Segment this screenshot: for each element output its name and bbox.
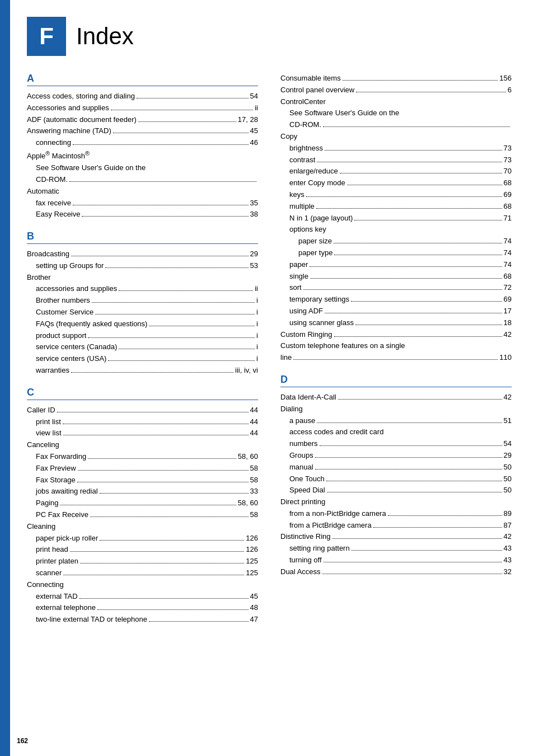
list-item: Apple® Macintosh® [27,149,258,162]
list-item: service centers (USA) i [27,353,258,365]
list-item: brightness 73 [280,143,512,154]
heading-d: D [280,374,512,387]
list-item: Answering machine (TAD) 45 [27,125,258,137]
list-item: using scanner glass 18 [280,317,512,329]
list-item: access codes and credit card [280,426,512,438]
list-item: Distinctive Ring 42 [280,531,512,543]
list-item: Consumable items 156 [280,73,512,84]
list-item: enlarge/reduce 70 [280,166,512,177]
list-item: ADF (automatic document feeder) 17, 28 [27,114,258,126]
list-item: Dialing [280,403,512,415]
list-item: Accessories and supplies ii [27,102,258,114]
list-item: Direct printing [280,496,512,508]
list-item: Customer Service i [27,307,258,318]
list-item: options key [280,224,512,236]
list-item: numbers 54 [280,438,512,450]
heading-b: B [27,231,258,244]
list-item: keys 69 [280,189,512,201]
list-item: accessories and supplies ii [27,283,258,295]
list-item: Caller ID 44 [27,405,258,416]
list-item: Groups 29 [280,450,512,462]
list-item: Connecting [27,579,258,591]
list-item: See Software User's Guide on the [280,107,512,119]
list-item: setting ring pattern 43 [280,543,512,555]
list-item: setting up Groups for 53 [27,260,258,272]
list-item: service centers (Canada) i [27,341,258,353]
list-item: turning off 43 [280,555,512,566]
list-item: manual 50 [280,462,512,473]
list-item: sort 72 [280,282,512,294]
section-d: D Data Ident-A-Call 42 Dialing a pause 5… [280,374,512,578]
header-letter: F [27,17,66,56]
list-item: Custom telephone features on a single [280,340,512,352]
page-header: F Index [27,17,512,56]
list-item: ControlCenter [280,96,512,108]
list-item: print list 44 [27,416,258,428]
right-column: Consumable items 156 Control panel overv… [280,73,512,636]
list-item: N in 1 (page layout) 71 [280,213,512,224]
list-item: Control panel overview 6 [280,84,512,96]
list-item: printer platen 125 [27,556,258,567]
list-item: paper size 74 [280,236,512,247]
list-item: contrast 73 [280,154,512,166]
list-item: See Software User's Guide on the [27,162,258,174]
list-item: view list 44 [27,428,258,439]
list-item: Cleaning [27,521,258,533]
section-b: B Broadcasting 29 setting up Groups for … [27,231,258,377]
page-number: 162 [17,737,28,745]
list-item: Custom Ringing 42 [280,329,512,341]
section-c-continued: Consumable items 156 Control panel overv… [280,73,512,364]
list-item: Fax Preview 58 [27,463,258,475]
list-item: warranties iii, iv, vi [27,365,258,377]
list-item: Brother [27,272,258,284]
list-item: two-line external TAD or telephone 47 [27,614,258,626]
list-item: print head 126 [27,544,258,556]
list-item: from a non-PictBridge camera 89 [280,508,512,520]
list-item: paper type 74 [280,247,512,259]
list-item: CD-ROM. [280,119,512,131]
list-item: enter Copy mode 68 [280,177,512,189]
list-item: Brother numbers i [27,295,258,307]
heading-a: A [27,73,258,86]
list-item: Access codes, storing and dialing 54 [27,91,258,102]
left-accent [0,0,10,756]
list-item: from a PictBridge camera 87 [280,520,512,532]
list-item: FAQs (frequently asked questions) i [27,318,258,330]
left-column: A Access codes, storing and dialing 54 A… [27,73,258,636]
list-item: paper pick-up roller 126 [27,533,258,544]
list-item: Broadcasting 29 [27,248,258,260]
list-item: Easy Receive 38 [27,209,258,220]
section-c: C Caller ID 44 print list 44 view list 4… [27,387,258,626]
page-title: Index [76,23,134,50]
letter-f: F [39,23,54,50]
list-item: scanner 125 [27,567,258,579]
list-item: PC Fax Receive 58 [27,509,258,521]
section-a: A Access codes, storing and dialing 54 A… [27,73,258,220]
list-item: Data Ident-A-Call 42 [280,392,512,403]
list-item: jobs awaiting redial 33 [27,486,258,497]
list-item: CD-ROM. [27,174,258,186]
list-item: product support i [27,330,258,342]
list-item: using ADF 17 [280,306,512,317]
list-item: Canceling [27,439,258,451]
heading-c: C [27,387,258,400]
list-item: One Touch 50 [280,473,512,485]
list-item: Dual Access 32 [280,566,512,578]
list-item: a pause 51 [280,415,512,427]
list-item: Paging 58, 60 [27,497,258,509]
list-item: single 68 [280,271,512,283]
list-item: line 110 [280,352,512,364]
list-item: temporary settings 69 [280,294,512,306]
list-item: Copy [280,131,512,143]
list-item: external TAD 45 [27,591,258,603]
list-item: connecting 46 [27,137,258,149]
list-item: multiple 68 [280,201,512,213]
list-item: paper 74 [280,259,512,271]
list-item: Automatic [27,186,258,198]
list-item: Speed Dial 50 [280,485,512,496]
list-item: Fax Storage 58 [27,475,258,486]
list-item: fax receive 35 [27,198,258,209]
list-item: external telephone 48 [27,602,258,614]
list-item: Fax Forwarding 58, 60 [27,451,258,463]
